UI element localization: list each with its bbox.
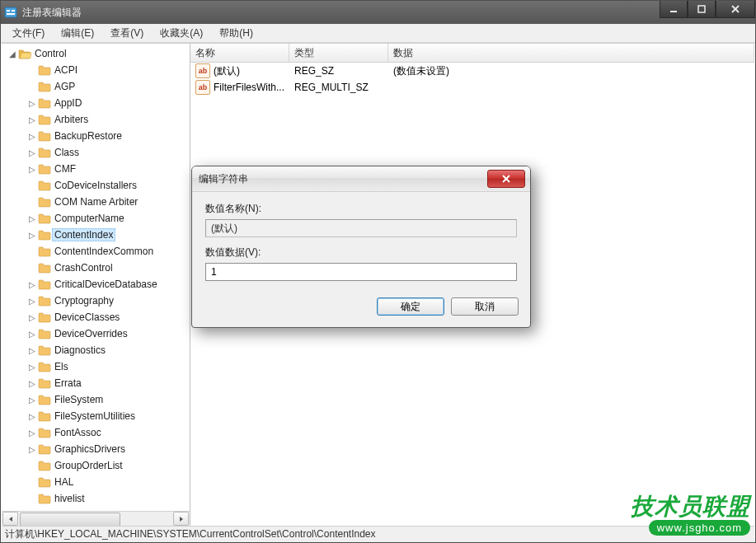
value-data-label: 数值数据(V): [205, 246, 517, 260]
value-name-label: 数值名称(N): [205, 202, 517, 216]
dialog-layer: 编辑字符串 数值名称(N): (默认) 数值数据(V): 确定 取消 [1, 1, 755, 542]
dialog-close-button[interactable] [487, 170, 525, 188]
dialog-titlebar[interactable]: 编辑字符串 [192, 166, 530, 192]
regedit-window: 注册表编辑器 文件(F) 编辑(E) 查看(V) 收藏夹(A) 帮助(H) ◢C… [0, 0, 756, 543]
value-data-input[interactable] [205, 263, 517, 281]
dialog-title: 编辑字符串 [199, 172, 248, 186]
value-name-field: (默认) [205, 219, 517, 237]
ok-button[interactable]: 确定 [377, 297, 444, 316]
cancel-button[interactable]: 取消 [451, 297, 519, 316]
edit-string-dialog: 编辑字符串 数值名称(N): (默认) 数值数据(V): 确定 取消 [191, 166, 531, 328]
